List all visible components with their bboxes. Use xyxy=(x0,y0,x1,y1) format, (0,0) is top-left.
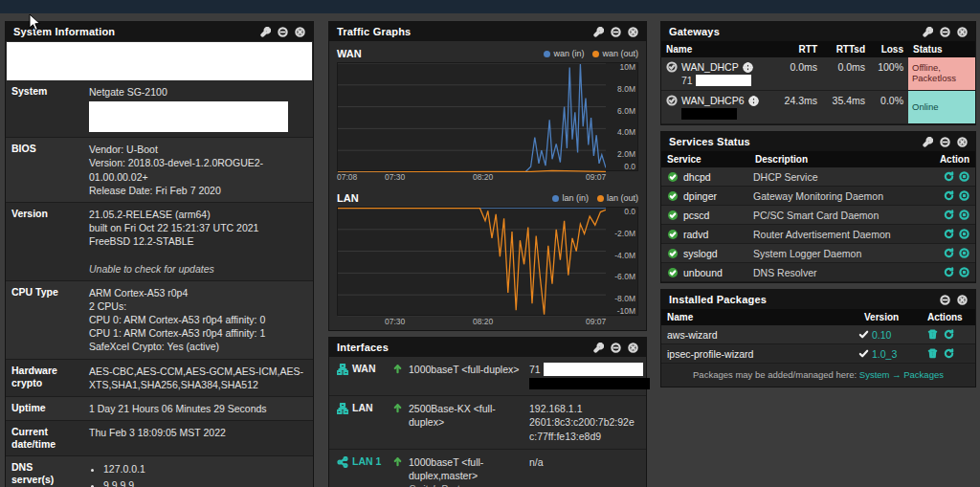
y-axis-label: -8.0M xyxy=(614,295,635,303)
y-axis-label: 0.0 xyxy=(624,208,635,216)
installed-packages-body: NameVersionActionsaws-wizard0.10ipsec-pr… xyxy=(661,309,975,364)
stop-service-icon[interactable] xyxy=(959,210,969,220)
system-info-value: Thu Feb 3 18:09:05 MST 2022 xyxy=(82,421,313,455)
packages-table-header: NameVersionActions xyxy=(661,309,975,325)
restart-service-icon[interactable] xyxy=(944,267,954,277)
gateway-rttsd: 0.0ms xyxy=(822,57,870,90)
redacted-block xyxy=(544,363,643,376)
restart-service-icon[interactable] xyxy=(944,190,954,201)
y-axis-label: 10M xyxy=(619,63,635,72)
globe-icon xyxy=(748,96,759,106)
close-icon[interactable] xyxy=(957,27,968,37)
panel-title: Installed Packages xyxy=(669,294,767,305)
service-running-icon xyxy=(667,267,679,278)
interface-name-link[interactable]: LAN 1 xyxy=(352,455,381,467)
gateway-rttsd: 35.4ms xyxy=(822,91,870,123)
legend-item: lan (in) xyxy=(552,193,589,203)
interface-name-link[interactable]: LAN xyxy=(352,402,373,413)
restart-service-icon[interactable] xyxy=(944,248,954,258)
panel-title: Interfaces xyxy=(337,342,389,353)
x-axis-label: 07:08 xyxy=(337,172,357,182)
collapse-icon[interactable] xyxy=(611,27,621,37)
restart-icon xyxy=(944,248,954,258)
link-up-arrow-icon xyxy=(392,403,403,413)
system-info-value-line: CPU 1: ARM Cortex-A53 r0p4 affinity: 1 xyxy=(89,326,306,340)
system-info-value-line: CPU 0: ARM Cortex-A53 r0p4 affinity: 0 xyxy=(89,313,306,326)
stop-service-icon[interactable] xyxy=(959,190,969,201)
panel-title: Traffic Graphs xyxy=(337,26,411,37)
system-info-value: 1 Day 21 Hours 06 Minutes 29 Seconds xyxy=(82,397,313,420)
legend-dot xyxy=(592,51,599,57)
service-name: dhcpd xyxy=(683,171,711,183)
graph-plot-area[interactable]: 0.0-2.0M-4.0M-6.0M-8.0M-10M xyxy=(337,207,638,316)
system-info-value: 21.05.2-RELEASE (arm64)built on Fri Oct … xyxy=(82,203,313,280)
restart-service-icon[interactable] xyxy=(944,210,954,220)
legend-dot xyxy=(544,51,550,57)
stop-service-icon[interactable] xyxy=(959,171,969,182)
gateway-loss: 100% xyxy=(870,57,908,90)
stop-icon xyxy=(959,190,969,201)
system-info-value: 127.0.0.19.9.9.91.1.1.1 xyxy=(82,456,313,487)
package-version-link[interactable]: 1.0_3 xyxy=(872,348,897,360)
reinstall-package-icon[interactable] xyxy=(944,348,954,359)
interface-name-link[interactable]: WAN xyxy=(352,363,376,374)
collapse-icon[interactable] xyxy=(611,343,621,353)
x-axis-label: 08:20 xyxy=(473,317,493,326)
system-packages-link[interactable]: System → Packages xyxy=(859,369,944,380)
graph-plot-area[interactable]: 10M8.0M6.0M4.0M2.0M0.0 xyxy=(337,62,638,171)
settings-wrench-icon[interactable] xyxy=(593,27,604,37)
collapse-icon[interactable] xyxy=(940,27,950,37)
collapse-icon[interactable] xyxy=(940,295,950,305)
services-table-header: ServiceDescriptionAction xyxy=(661,151,975,167)
reinstall-package-icon[interactable] xyxy=(944,329,954,340)
close-icon[interactable] xyxy=(957,137,968,147)
close-icon[interactable] xyxy=(957,295,968,305)
graph-legend: lan (in)lan (out) xyxy=(552,193,638,203)
system-info-label: Current date/time xyxy=(6,421,82,455)
stop-service-icon[interactable] xyxy=(959,248,969,258)
settings-wrench-icon[interactable] xyxy=(260,27,271,37)
settings-wrench-icon[interactable] xyxy=(593,343,604,353)
service-row: unboundDNS Resolver xyxy=(661,263,975,282)
close-icon[interactable] xyxy=(628,343,638,353)
y-axis-label: 0.0 xyxy=(624,163,635,171)
system-info-value-line: 1 Day 21 Hours 06 Minutes 29 Seconds xyxy=(89,402,306,415)
trash-icon xyxy=(927,329,938,340)
restart-service-icon[interactable] xyxy=(944,171,954,182)
system-info-value-line: AES-CBC,AES-CCM,AES-GCM,AES-ICM,AES-XTS,… xyxy=(89,365,306,391)
trash-icon xyxy=(927,348,938,359)
panel-title: Services Status xyxy=(669,136,750,147)
collapse-icon[interactable] xyxy=(940,137,950,147)
system-info-row: Version21.05.2-RELEASE (arm64)built on F… xyxy=(6,203,313,281)
system-info-value-line: built on Fri Oct 22 15:21:37 UTC 2021 xyxy=(89,221,306,234)
stop-icon xyxy=(959,267,969,277)
service-name: unbound xyxy=(683,267,723,278)
stop-service-icon[interactable] xyxy=(959,267,969,277)
uninstall-package-icon[interactable] xyxy=(927,348,938,359)
close-icon[interactable] xyxy=(295,27,305,37)
x-axis-label: 09:07 xyxy=(586,317,606,326)
restart-icon xyxy=(944,229,954,239)
system-info-value: AES-CBC,AES-CCM,AES-GCM,AES-ICM,AES-XTS,… xyxy=(82,360,313,396)
settings-wrench-icon[interactable] xyxy=(923,137,933,147)
package-version-link[interactable]: 0.10 xyxy=(872,329,891,341)
restart-icon xyxy=(944,210,954,220)
gateway-status-badge: Online xyxy=(908,91,975,123)
close-icon[interactable] xyxy=(628,27,638,37)
panel-title: Gateways xyxy=(669,26,720,37)
collapse-icon[interactable] xyxy=(278,27,288,37)
restart-service-icon[interactable] xyxy=(944,229,954,239)
service-name: pcscd xyxy=(683,210,709,221)
system-info-label: System xyxy=(6,80,82,137)
system-info-row: CPU TypeARM Cortex-A53 r0p42 CPUs:CPU 0:… xyxy=(6,281,313,360)
gateway-row: WAN_DHCP624.3ms35.4ms0.0%Online xyxy=(661,91,975,124)
uninstall-package-icon[interactable] xyxy=(927,329,938,340)
system-info-row: Hardware cryptoAES-CBC,AES-CCM,AES-GCM,A… xyxy=(6,360,313,397)
redacted-block xyxy=(7,42,312,80)
y-axis-label: 2.0M xyxy=(617,150,635,159)
settings-wrench-icon[interactable] xyxy=(923,27,933,37)
reinstall-icon xyxy=(944,348,954,359)
stop-service-icon[interactable] xyxy=(959,229,969,239)
y-axis-label: -2.0M xyxy=(614,230,635,238)
stop-icon xyxy=(959,229,969,239)
